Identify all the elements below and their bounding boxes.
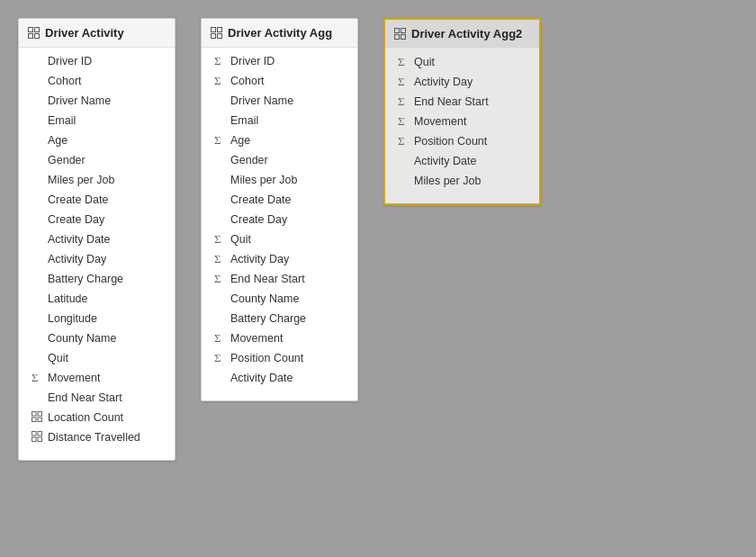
field-name: Longitude [48, 312, 97, 325]
field-name: Driver ID [230, 55, 274, 67]
field-name: Location Count [48, 411, 123, 424]
field-name: Driver Name [230, 94, 293, 107]
field-item[interactable]: ΣEnd Near Start [385, 92, 539, 112]
field-item[interactable]: Driver Name [202, 91, 357, 111]
table-grid-icon-driver-activity-agg2 [394, 28, 406, 40]
field-item[interactable]: Age [19, 130, 175, 150]
table-title-driver-activity-agg: Driver Activity Agg [228, 26, 332, 40]
svg-rect-6 [32, 418, 37, 422]
field-item[interactable]: Activity Date [19, 229, 175, 249]
field-item[interactable]: Create Day [19, 210, 175, 229]
field-item[interactable]: Location Count [19, 408, 175, 427]
field-name: Movement [48, 372, 100, 384]
field-name: Miles per Job [48, 174, 114, 186]
field-prefix [32, 431, 48, 444]
field-item[interactable]: County Name [202, 289, 357, 309]
field-item[interactable]: County Name [19, 328, 175, 348]
field-list-driver-activity: Driver IDCohortDriver NameEmailAgeGender… [19, 48, 175, 451]
field-item[interactable]: ΣMovement [202, 328, 357, 348]
svg-rect-4 [32, 412, 37, 417]
field-name: County Name [48, 332, 116, 345]
svg-rect-15 [218, 34, 222, 39]
field-item[interactable]: ΣQuit [202, 229, 357, 249]
field-prefix: Σ [32, 371, 48, 385]
field-name: Email [48, 114, 76, 127]
table-header-driver-activity: Driver Activity [19, 19, 175, 48]
table-grid-icon-driver-activity-agg [211, 27, 222, 39]
field-name: Quit [230, 233, 251, 246]
field-item[interactable]: Activity Date [385, 151, 539, 171]
field-name: Activity Day [230, 253, 289, 265]
field-item[interactable]: Longitude [19, 309, 175, 328]
field-prefix: Σ [214, 232, 230, 247]
field-name: Age [230, 134, 250, 147]
field-name: Cohort [48, 75, 82, 87]
field-item[interactable]: Create Date [19, 190, 175, 210]
field-name: Age [48, 134, 68, 147]
table-title-driver-activity-agg2: Driver Activity Agg2 [411, 27, 522, 40]
field-item[interactable]: Miles per Job [385, 171, 539, 191]
field-name: Movement [230, 332, 283, 345]
svg-rect-13 [218, 28, 222, 32]
field-item[interactable]: ΣDriver ID [202, 51, 357, 71]
field-item[interactable]: Email [202, 111, 357, 130]
field-item[interactable]: ΣMovement [19, 368, 175, 388]
field-item[interactable]: ΣPosition Count [385, 131, 539, 151]
field-item[interactable]: ΣActivity Day [202, 249, 357, 269]
field-item[interactable]: Battery Charge [202, 309, 357, 328]
field-item[interactable]: Activity Day [19, 249, 175, 269]
field-item[interactable]: ΣEnd Near Start [202, 269, 357, 289]
field-item[interactable]: ΣMovement [385, 112, 539, 131]
field-item[interactable]: Email [19, 111, 175, 130]
field-name: Latitude [48, 292, 87, 305]
field-name: Quit [414, 56, 435, 68]
field-item[interactable]: Gender [19, 150, 175, 170]
field-item[interactable]: Create Day [202, 210, 357, 229]
field-prefix: Σ [214, 331, 230, 346]
field-item[interactable]: Battery Charge [19, 269, 175, 289]
field-item[interactable]: End Near Start [19, 388, 175, 408]
field-prefix: Σ [214, 272, 230, 286]
field-name: Position Count [230, 352, 303, 364]
field-item[interactable]: Distance Travelled [19, 427, 175, 447]
field-prefix: Σ [214, 54, 230, 68]
field-item[interactable]: Driver Name [19, 91, 175, 111]
svg-rect-16 [395, 29, 400, 33]
table-card-driver-activity-agg2: Driver Activity Agg2ΣQuitΣActivity DayΣE… [383, 18, 541, 205]
svg-rect-9 [38, 432, 42, 436]
field-name: Position Count [414, 135, 487, 148]
field-item[interactable]: Cohort [19, 71, 175, 91]
field-item[interactable]: ΣActivity Day [385, 72, 539, 92]
field-item[interactable]: ΣCohort [202, 71, 357, 91]
field-item[interactable]: Quit [19, 348, 175, 368]
field-item[interactable]: ΣAge [202, 130, 357, 150]
table-title-driver-activity: Driver Activity [45, 26, 124, 40]
field-prefix: Σ [398, 94, 414, 109]
field-name: Gender [230, 154, 268, 166]
svg-rect-12 [212, 28, 216, 32]
field-item[interactable]: Miles per Job [19, 170, 175, 190]
table-header-driver-activity-agg: Driver Activity Agg [202, 19, 357, 48]
field-list-driver-activity-agg2: ΣQuitΣActivity DayΣEnd Near StartΣMoveme… [385, 49, 539, 194]
field-item[interactable]: Gender [202, 150, 357, 170]
field-item[interactable]: Latitude [19, 289, 175, 309]
field-item[interactable]: Create Date [202, 190, 357, 210]
field-name: Quit [48, 352, 68, 364]
svg-rect-10 [32, 437, 37, 442]
field-prefix: Σ [214, 133, 230, 148]
field-name: Movement [414, 115, 466, 128]
field-prefix [32, 411, 48, 424]
field-item[interactable]: ΣQuit [385, 52, 539, 72]
field-item[interactable]: Driver ID [19, 51, 175, 71]
table-card-driver-activity: Driver ActivityDriver IDCohortDriver Nam… [18, 18, 176, 461]
field-name: Battery Charge [230, 312, 306, 325]
field-item[interactable]: Miles per Job [202, 170, 357, 190]
svg-rect-14 [212, 34, 216, 39]
field-name: Create Day [230, 213, 287, 226]
field-item[interactable]: Activity Date [202, 368, 357, 388]
field-name: Gender [48, 154, 86, 166]
field-name: Create Date [230, 193, 291, 206]
canvas: Driver ActivityDriver IDCohortDriver Nam… [0, 0, 756, 557]
field-name: Battery Charge [48, 273, 123, 285]
field-item[interactable]: ΣPosition Count [202, 348, 357, 368]
